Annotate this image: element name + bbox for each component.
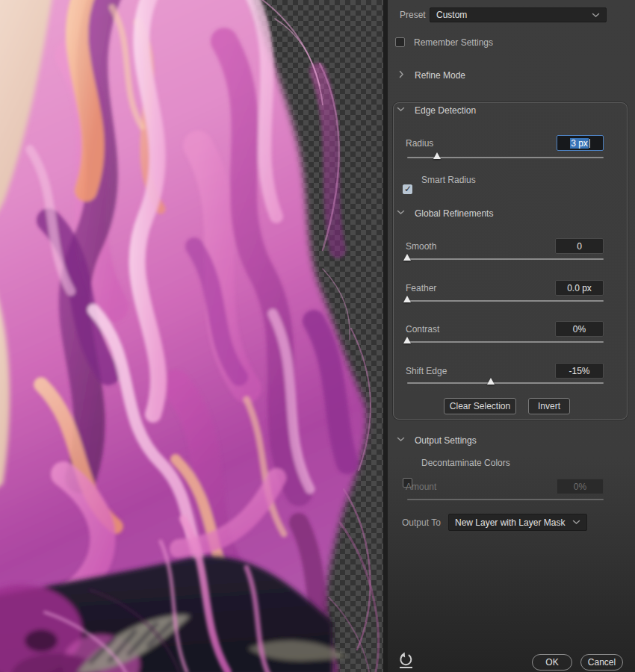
check-icon: ✓: [404, 184, 412, 194]
preset-value: Custom: [436, 10, 467, 20]
slider-thumb[interactable]: [403, 254, 411, 261]
slider-track: [407, 341, 604, 343]
chevron-right-icon[interactable]: [397, 72, 406, 77]
preset-label: Preset: [400, 10, 426, 20]
decontaminate-colors-label: Decontaminate Colors: [421, 458, 510, 468]
shift-edge-value: -15%: [569, 366, 589, 376]
smooth-slider[interactable]: [407, 255, 604, 264]
invert-button[interactable]: Invert: [528, 398, 570, 414]
output-to-dropdown[interactable]: New Layer with Layer Mask: [448, 514, 587, 531]
amount-input: 0%: [557, 479, 604, 494]
slider-thumb[interactable]: [487, 378, 495, 385]
smooth-input[interactable]: 0: [555, 238, 604, 254]
feather-slider[interactable]: [407, 296, 604, 305]
slider-track: [407, 499, 604, 500]
smooth-label: Smooth: [406, 241, 436, 252]
slider-track: [407, 258, 604, 260]
select-and-mask-workspace: Preset Custom ✓ Remember Settings Refine…: [0, 0, 635, 672]
radius-value: 3 px: [570, 138, 589, 149]
feather-value: 0.0 px: [567, 283, 592, 293]
slider-track: [407, 300, 604, 302]
smooth-value: 0: [577, 241, 582, 252]
feather-input[interactable]: 0.0 px: [555, 280, 604, 296]
global-refinements-header[interactable]: Global Refinements: [415, 208, 493, 219]
output-to-label: Output To: [402, 517, 441, 528]
slider-thumb[interactable]: [433, 152, 441, 159]
properties-panel: Preset Custom ✓ Remember Settings Refine…: [388, 0, 635, 672]
slider-thumb[interactable]: [403, 296, 411, 302]
chevron-down-icon[interactable]: [397, 210, 405, 215]
clear-selection-button[interactable]: Clear Selection: [444, 398, 516, 414]
remember-settings-label: Remember Settings: [414, 37, 493, 48]
cancel-button[interactable]: Cancel: [580, 654, 623, 671]
radius-label: Radius: [406, 138, 433, 149]
amount-slider: [407, 495, 604, 504]
amount-value: 0%: [574, 482, 586, 492]
smart-radius-checkbox[interactable]: ✓: [403, 184, 412, 194]
smart-radius-label: Smart Radius: [421, 175, 476, 185]
chevron-down-icon[interactable]: [397, 107, 405, 112]
feather-label: Feather: [406, 283, 436, 293]
chevron-down-icon[interactable]: [397, 437, 405, 442]
radius-input[interactable]: 3 px: [557, 135, 604, 151]
image-canvas[interactable]: [0, 0, 383, 672]
amount-label: Amount: [406, 482, 436, 492]
shift-edge-slider[interactable]: [407, 379, 604, 388]
radius-slider[interactable]: [407, 153, 604, 162]
contrast-value: 0%: [573, 324, 586, 335]
contrast-label: Contrast: [406, 324, 439, 335]
masked-photo: [0, 0, 383, 672]
chevron-down-icon: [592, 13, 600, 18]
output-to-value: New Layer with Layer Mask: [455, 517, 565, 528]
edge-detection-header[interactable]: Edge Detection: [415, 105, 476, 116]
text-caret: [589, 139, 590, 148]
ok-button[interactable]: OK: [532, 654, 572, 671]
shift-edge-input[interactable]: -15%: [555, 363, 604, 379]
shift-edge-label: Shift Edge: [406, 366, 447, 376]
reset-icon: [397, 652, 415, 669]
refine-mode-header[interactable]: Refine Mode: [415, 70, 465, 81]
remember-settings-checkbox[interactable]: ✓: [395, 37, 405, 47]
chevron-down-icon: [572, 520, 580, 525]
preset-dropdown[interactable]: Custom: [430, 7, 607, 22]
reset-button[interactable]: [397, 652, 415, 670]
output-settings-header[interactable]: Output Settings: [415, 435, 477, 446]
contrast-input[interactable]: 0%: [555, 321, 604, 337]
slider-thumb[interactable]: [403, 337, 411, 343]
contrast-slider[interactable]: [407, 337, 604, 346]
slider-track: [407, 382, 604, 384]
